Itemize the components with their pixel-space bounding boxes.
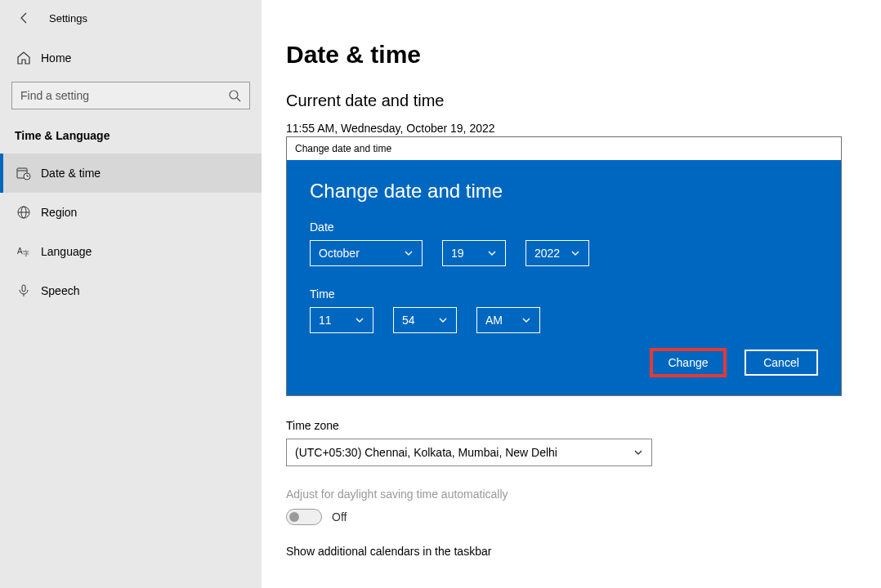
dst-section: Adjust for daylight saving time automati… [286,488,848,525]
search-container: Find a setting [0,74,262,118]
chevron-down-icon [633,448,643,457]
current-datetime-label: Current date and time [286,91,848,110]
search-input[interactable]: Find a setting [11,82,250,109]
chevron-down-icon [570,248,580,258]
chevron-down-icon [521,315,531,325]
back-icon[interactable] [16,10,33,26]
year-select[interactable]: 2022 [525,240,589,266]
month-select[interactable]: October [310,240,423,266]
minute-value: 54 [402,314,415,327]
ampm-select[interactable]: AM [476,307,540,333]
section-header: Time & Language [0,118,262,154]
nav-label: Language [41,245,92,258]
sidebar-item-region[interactable]: Region [0,193,262,232]
svg-point-0 [230,91,238,99]
hour-value: 11 [319,314,332,327]
change-button[interactable]: Change [651,350,725,376]
timezone-value: (UTC+05:30) Chennai, Kolkata, Mumbai, Ne… [295,446,557,459]
home-icon [15,51,33,65]
nav-label: Region [41,206,77,219]
calendar-clock-icon [15,166,33,180]
globe-icon [15,205,33,220]
language-icon: A字 [15,244,33,259]
search-placeholder: Find a setting [20,89,89,102]
nav-label: Speech [41,284,79,297]
change-datetime-dialog: Change date and time Change date and tim… [286,136,842,396]
month-value: October [319,247,360,260]
svg-rect-10 [22,285,25,292]
dst-toggle-state: Off [332,510,347,523]
settings-sidebar: Settings Home Find a setting Time & Lang… [0,0,262,588]
svg-text:字: 字 [23,250,29,257]
svg-line-1 [237,98,240,101]
timezone-label: Time zone [286,419,848,432]
dst-toggle[interactable] [286,509,322,525]
home-nav[interactable]: Home [0,42,262,74]
nav-label: Date & time [41,167,101,180]
app-title: Settings [49,12,87,24]
svg-text:A: A [17,247,23,256]
chevron-down-icon [438,315,448,325]
minute-select[interactable]: 54 [393,307,457,333]
cancel-button[interactable]: Cancel [745,350,818,376]
microphone-icon [15,283,33,298]
page-title: Date & time [286,41,848,69]
sidebar-item-language[interactable]: A字 Language [0,232,262,271]
toggle-knob [289,512,299,522]
additional-calendars-label: Show additional calendars in the taskbar [286,545,848,558]
dialog-window-title: Change date and time [295,143,391,154]
date-field-label: Date [310,220,818,234]
dst-toggle-row: Off [286,509,848,525]
dialog-body: Change date and time Date October 19 202… [287,160,841,395]
hour-select[interactable]: 11 [310,307,373,333]
time-field-label: Time [310,287,818,301]
sidebar-item-speech[interactable]: Speech [0,271,262,310]
time-row: 11 54 AM [310,307,818,333]
chevron-down-icon [404,248,414,258]
home-label: Home [41,51,71,65]
dialog-heading: Change date and time [310,180,818,203]
chevron-down-icon [487,248,497,258]
sidebar-item-date-time[interactable]: Date & time [0,154,262,193]
chevron-down-icon [355,315,364,325]
search-icon [228,89,241,102]
date-row: October 19 2022 [310,240,818,266]
dialog-titlebar[interactable]: Change date and time [287,137,841,160]
main-content: Date & time Current date and time 11:55 … [262,0,881,588]
year-value: 2022 [534,247,560,260]
timezone-section: Time zone (UTC+05:30) Chennai, Kolkata, … [286,419,848,466]
day-value: 19 [451,247,464,260]
dialog-buttons: Change Cancel [310,350,818,376]
timezone-select[interactable]: (UTC+05:30) Chennai, Kolkata, Mumbai, Ne… [286,439,652,466]
current-datetime-value: 11:55 AM, Wednesday, October 19, 2022 [286,122,848,135]
day-select[interactable]: 19 [442,240,506,266]
ampm-value: AM [485,314,503,327]
dst-label: Adjust for daylight saving time automati… [286,488,848,501]
title-row: Settings [0,10,262,42]
